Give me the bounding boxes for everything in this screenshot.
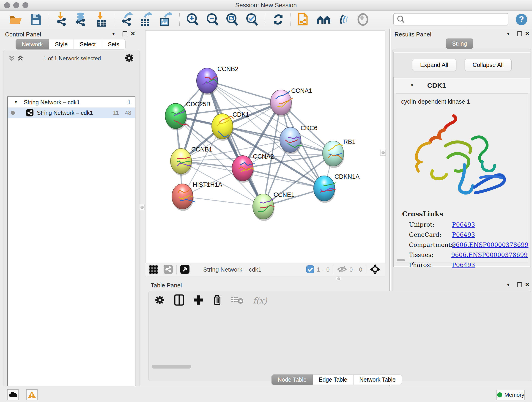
left-divider-grip[interactable] — [139, 204, 145, 210]
crosslink-row: Uniprot:P06493 — [409, 221, 528, 228]
control-panel: Control Panel ▼ ✕ NetworkStyleSelectSets… — [0, 29, 144, 386]
crosslink-link[interactable]: P06493 — [452, 221, 475, 228]
crosslink-link[interactable]: 9606.ENSP00000378699 — [451, 251, 528, 258]
selected-checkbox[interactable] — [306, 265, 314, 274]
add-column-icon[interactable] — [193, 295, 203, 306]
tab-style[interactable]: Style — [49, 39, 74, 50]
string-document-icon[interactable] — [297, 12, 309, 27]
network-node-rb1[interactable]: RB1 — [323, 138, 355, 168]
panel-collapse-icon[interactable]: ▼ — [506, 283, 510, 287]
crosslink-row: Compartments:9606.ENSP00000378699 — [409, 241, 528, 248]
network-node-cdc6[interactable]: CDC6 — [280, 125, 317, 154]
node-label: CDKN1A — [335, 173, 360, 180]
export-network-icon[interactable] — [120, 12, 133, 27]
tab-node-table[interactable]: Node Table — [272, 375, 313, 385]
network-grid-share-icon[interactable] — [164, 265, 173, 275]
node-label: CCNE1 — [273, 191, 295, 198]
network-node-ccne1[interactable]: CCNE1 — [253, 191, 295, 221]
right-divider-grip[interactable] — [380, 150, 386, 156]
node-label: CCNB1 — [191, 146, 212, 153]
import-network-icon[interactable] — [55, 12, 68, 27]
toolbar-separator — [179, 13, 180, 26]
memory-button[interactable]: Memory — [496, 390, 525, 400]
tree-expand-icon[interactable]: ▼ — [14, 100, 18, 104]
crosslink-link[interactable]: P06493 — [452, 262, 475, 268]
table-hscrollbar[interactable] — [152, 365, 526, 369]
network-node-cdkn1a[interactable]: CDKN1A — [314, 173, 360, 203]
birdseye-icon[interactable] — [370, 264, 380, 275]
function-builder-icon[interactable]: f(x) — [253, 296, 267, 305]
crosslink-label: Tissues: — [409, 251, 451, 258]
delete-column-icon[interactable] — [213, 294, 222, 307]
network-node-cdk1[interactable]: CDK1 — [212, 111, 249, 141]
export-table-icon[interactable] — [139, 12, 152, 27]
node-label: CCNA1 — [291, 87, 312, 94]
panel-collapse-icon[interactable]: ▼ — [112, 32, 115, 36]
network-collection-row[interactable]: ▼ String Network – cdk1 1 — [7, 97, 135, 108]
gene-details: cyclin-dependent kinase 1 CrossLinks Uni… — [396, 93, 528, 262]
zoom-fit-icon[interactable] — [226, 12, 239, 27]
eye-ball-icon[interactable] — [356, 12, 369, 27]
control-panel-tabs: NetworkStyleSelectSets — [16, 39, 126, 50]
gear-icon[interactable] — [124, 53, 134, 64]
toolbar-separator — [366, 265, 366, 274]
panel-close-icon[interactable]: ✕ — [525, 281, 530, 288]
hidden-eye-icon[interactable] — [337, 265, 347, 274]
search-input[interactable] — [406, 14, 508, 24]
collapse-all-chevron-icon[interactable] — [17, 54, 24, 63]
search-box — [393, 13, 508, 26]
crosslinks-rows: Uniprot:P06493GeneCard:P06493Compartment… — [396, 221, 528, 268]
panel-collapse-icon[interactable]: ▼ — [506, 32, 510, 36]
tab-network-table[interactable]: Network Table — [354, 375, 402, 385]
gene-collapse-icon[interactable]: ▼ — [410, 83, 414, 88]
zoom-out-icon[interactable] — [206, 12, 219, 27]
network-node-ccnb1[interactable]: CCNB1 — [171, 146, 212, 176]
network-row-selected[interactable]: String Network – cdk1 11 48 — [7, 108, 135, 118]
open-folder-icon[interactable] — [9, 12, 22, 27]
network-node-hist1h1a[interactable]: HIST1H1A — [172, 181, 222, 211]
toolbar-separator — [265, 13, 265, 26]
node-count: 11 — [113, 109, 119, 116]
save-icon[interactable] — [30, 12, 42, 27]
warning-button[interactable] — [26, 389, 38, 400]
panel-float-icon[interactable] — [517, 282, 522, 287]
import-table-icon[interactable] — [96, 12, 108, 27]
zoom-selected-icon[interactable] — [246, 12, 259, 27]
cloud-button[interactable] — [7, 389, 19, 400]
results-hscroll-thumb[interactable] — [397, 259, 405, 261]
panel-close-icon[interactable]: ✕ — [525, 31, 530, 37]
table-gear-icon[interactable] — [154, 295, 165, 306]
zoom-in-icon[interactable] — [186, 12, 199, 27]
panel-close-icon[interactable]: ✕ — [131, 31, 135, 37]
houses-icon[interactable] — [317, 12, 331, 27]
tab-string[interactable]: String — [446, 38, 473, 49]
open-external-icon[interactable] — [180, 265, 190, 275]
network-canvas[interactable]: CCNB2CCNA1CDC25BCDK1CDC6RB1CCNB1CCNA2CDK… — [145, 31, 385, 263]
delete-table-icon[interactable] — [231, 295, 244, 306]
crosslink-link[interactable]: 9606.ENSP00000378699 — [452, 241, 528, 248]
panel-float-icon[interactable] — [517, 32, 522, 36]
import-database-icon[interactable] — [74, 12, 88, 27]
expand-all-chevron-icon[interactable] — [8, 54, 16, 63]
grid-view-icon[interactable] — [149, 264, 158, 275]
eye-wave-icon[interactable] — [338, 12, 351, 27]
gene-header[interactable]: ▼ CDK1 — [394, 78, 530, 93]
node-label: CDC6 — [301, 125, 317, 132]
tab-sets[interactable]: Sets — [102, 39, 126, 50]
collapse-all-button[interactable]: Collapse All — [465, 59, 512, 71]
network-share-icon — [26, 109, 34, 117]
memory-status-dot — [497, 392, 502, 397]
tab-edge-table[interactable]: Edge Table — [313, 375, 354, 385]
export-image-icon[interactable] — [159, 12, 172, 27]
crosslink-link[interactable]: P06493 — [452, 231, 475, 238]
tab-select[interactable]: Select — [74, 39, 102, 50]
tab-network[interactable]: Network — [16, 39, 49, 50]
select-columns-icon[interactable] — [174, 294, 184, 307]
help-icon[interactable]: ? — [515, 12, 528, 27]
network-graph[interactable]: CCNB2CCNA1CDC25BCDK1CDC6RB1CCNB1CCNA2CDK… — [146, 31, 385, 263]
panel-float-icon[interactable] — [123, 32, 127, 36]
node-label: CCNB2 — [217, 65, 239, 72]
network-view-toolbar: String Network – cdk1 1 – 0 0 – 0 — [145, 263, 385, 276]
expand-all-button[interactable]: Expand All — [412, 59, 456, 71]
refresh-icon[interactable] — [272, 12, 285, 27]
